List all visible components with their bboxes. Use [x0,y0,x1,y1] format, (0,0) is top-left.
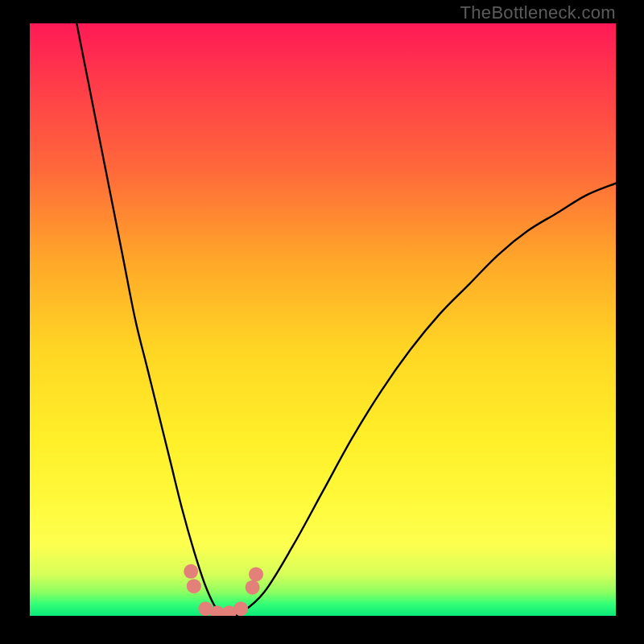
curve-layer [0,0,644,644]
curve-marker [184,564,198,579]
curve-marker [249,567,263,581]
curve-marker [187,579,201,593]
chart-frame: TheBottleneck.com [0,0,644,644]
curve-marker [233,601,248,616]
curve-marker [246,580,260,595]
bottleneck-curve [76,23,616,617]
